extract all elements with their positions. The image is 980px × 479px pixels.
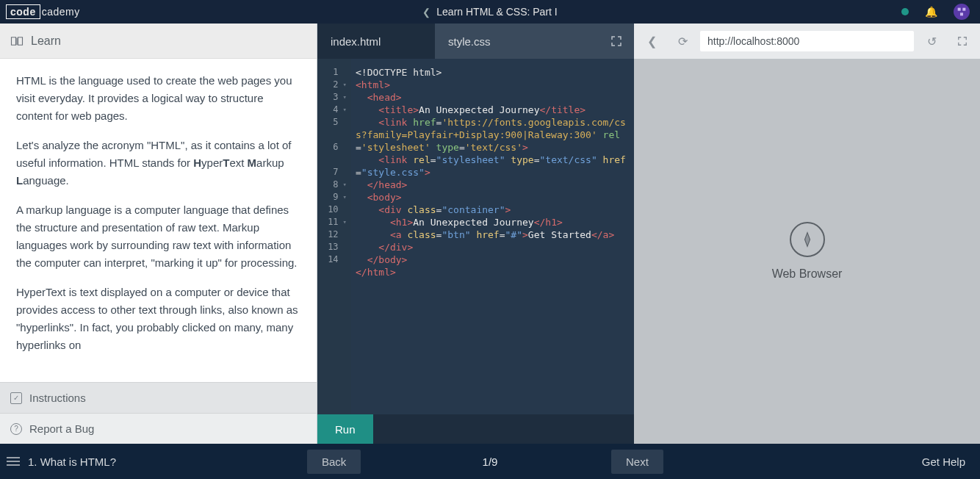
browser-back-icon[interactable]: ❮ (638, 28, 665, 54)
svg-marker-3 (804, 233, 810, 247)
gutter: 1 2▾ 3▾ 4▾ 5 6 7 8▾ 9▾ 10 11▾ 12 13 14 (317, 59, 351, 414)
top-icons: 🔔 (901, 4, 980, 20)
course-title: Learn HTML & CSS: Part I (436, 6, 557, 18)
back-button[interactable]: Back (307, 450, 361, 474)
checkbox-icon: ✓ (10, 392, 22, 404)
learn-label: Learn (31, 35, 61, 48)
report-bug-bar[interactable]: ? Report a Bug (0, 413, 317, 444)
browser-reload-icon[interactable]: ⟳ (669, 28, 696, 54)
code-editor[interactable]: 1 2▾ 3▾ 4▾ 5 6 7 8▾ 9▾ 10 11▾ 12 13 14 <… (317, 59, 634, 414)
browser-panel: ❮ ⟳ ↺ Web Browser (634, 24, 980, 444)
editor-tabs: index.html style.css (317, 24, 634, 59)
expand-browser-icon[interactable] (949, 28, 976, 54)
instructions-label: Instructions (29, 392, 86, 404)
url-input[interactable] (700, 31, 914, 51)
expand-editor-icon[interactable] (599, 24, 634, 59)
browser-bar: ❮ ⟳ ↺ (634, 24, 980, 59)
pager: 1/9 (483, 455, 498, 468)
next-button[interactable]: Next (611, 450, 663, 474)
bell-icon[interactable]: 🔔 (925, 6, 937, 18)
chevron-left-icon[interactable]: ❮ (422, 7, 430, 18)
status-dot-icon[interactable] (901, 8, 909, 15)
get-help-button[interactable]: Get Help (922, 455, 980, 468)
tab-style-css[interactable]: style.css (435, 24, 552, 59)
browser-reset-icon[interactable]: ↺ (918, 28, 945, 54)
lesson-paragraph: HyperText is text displayed on a compute… (16, 284, 300, 354)
svg-rect-0 (958, 8, 961, 11)
top-bar: code cademy ❮ Learn HTML & CSS: Part I 🔔 (0, 0, 980, 24)
book-icon (10, 36, 24, 46)
run-bar: Run (317, 414, 634, 444)
run-button[interactable]: Run (317, 414, 373, 444)
learn-header[interactable]: Learn (0, 24, 317, 59)
lesson-paragraph: A markup language is a computer language… (16, 201, 300, 272)
lesson-panel: Learn HTML is the language used to creat… (0, 24, 317, 444)
svg-rect-1 (962, 8, 965, 11)
instructions-bar[interactable]: ✓ Instructions (0, 382, 317, 413)
question-icon: ? (10, 423, 22, 435)
lesson-body[interactable]: HTML is the language used to create the … (0, 59, 317, 382)
bug-label: Report a Bug (29, 422, 94, 435)
avatar[interactable] (954, 4, 970, 20)
bottom-bar: 1. What is HTML? Back 1/9 Next Get Help (0, 444, 980, 479)
hamburger-icon[interactable] (0, 456, 26, 467)
browser-placeholder-label: Web Browser (772, 267, 843, 281)
logo[interactable]: code cademy (0, 4, 86, 19)
svg-rect-2 (960, 12, 963, 15)
compass-icon (790, 222, 825, 257)
logo-box: code (6, 4, 40, 19)
lesson-title: 1. What is HTML? (26, 455, 116, 468)
lesson-paragraph: HTML is the language used to create the … (16, 72, 300, 125)
course-title-container: ❮ Learn HTML & CSS: Part I (422, 6, 557, 18)
logo-text: cademy (42, 6, 80, 18)
tab-index-html[interactable]: index.html (317, 24, 435, 59)
main-area: Learn HTML is the language used to creat… (0, 24, 980, 444)
editor-panel: index.html style.css 1 2▾ 3▾ 4▾ 5 6 7 8▾… (317, 24, 634, 444)
lesson-paragraph: Let's analyze the acronym "HTML", as it … (16, 137, 300, 190)
code-content[interactable]: <!DOCTYPE html> <html> <head> <title>An … (351, 59, 634, 414)
browser-view: Web Browser (634, 59, 980, 444)
